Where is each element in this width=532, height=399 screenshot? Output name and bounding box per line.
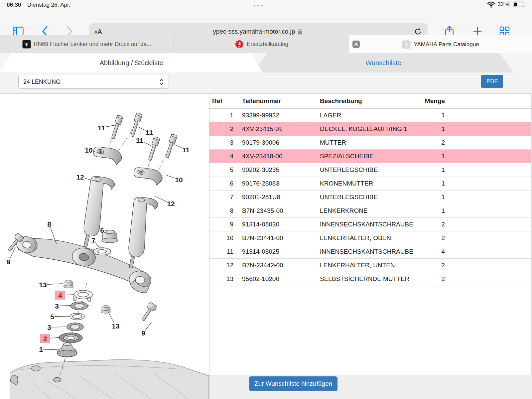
part-number-cell: 95602-10200 [237, 272, 315, 286]
header-menge: Menge [422, 94, 458, 108]
parts-table-body: 193399-99932LAGER124XV-23415-01DECKEL, K… [209, 108, 531, 286]
ref-cell: 11 [209, 245, 237, 258]
ref-cell: 10 [209, 231, 237, 245]
tab-title: RN69 Flacher Lenker und mehr Druck auf d… [34, 41, 151, 48]
callout-label: 11 [136, 137, 144, 144]
callout-label: 8 [47, 220, 51, 228]
quantity-cell: 2 [422, 272, 458, 286]
bearing-part [57, 343, 77, 357]
status-date: Dienstag 26. Apr. [27, 2, 70, 8]
table-row[interactable]: 8B7N-23435-00LENKERKRONE1 [209, 204, 531, 217]
description-cell: LENKERHALTER, UNTEN [315, 258, 422, 272]
table-row[interactable]: 24XV-23415-01DECKEL, KUGELLAUFRING 11 [209, 122, 531, 136]
tab-title: YAMAHA Parts Catalogue [414, 41, 479, 48]
callout-label: 5 [50, 313, 54, 321]
add-to-wishlist-button[interactable]: Zur Wunschliste hinzufügen [249, 376, 337, 391]
part-number-cell: 93399-99932 [237, 108, 315, 122]
ref-cell: 2 [209, 122, 237, 136]
description-cell: LENKERKRONE [315, 204, 422, 217]
handlebar-holder-lower-part [121, 196, 159, 271]
svg-text:Y: Y [405, 42, 408, 47]
callout-line [57, 306, 71, 306]
header-filler [458, 94, 531, 108]
table-row[interactable]: 193399-99932LAGER1 [209, 108, 531, 122]
tab-abbildung-stueckliste[interactable]: Abbildung / Stückliste [0, 53, 263, 72]
quantity-cell: 2 [422, 217, 458, 231]
close-tab-icon[interactable] [352, 41, 360, 48]
new-tab-plus-icon[interactable] [473, 27, 482, 36]
callout-label: 1 [39, 345, 43, 353]
multitask-dots-icon: ●●● [254, 4, 265, 7]
filler-cell [458, 177, 531, 190]
wifi-icon [487, 1, 495, 8]
table-row[interactable]: 390179-30006MUTTER2 [209, 136, 531, 149]
diagram-parts [5, 112, 209, 399]
description-cell: UNTERLEGSCHIBE [315, 163, 422, 177]
callout-label: 9 [6, 258, 10, 266]
quantity-cell: 1 [422, 149, 458, 163]
pdf-button[interactable]: PDF [481, 75, 503, 88]
table-row[interactable]: 1191314-08025INNENSECHSKANTSCHRAUBE4 [209, 245, 531, 258]
tab-wunschliste[interactable]: Wunschliste [253, 53, 514, 72]
filler-cell [458, 258, 531, 272]
table-row[interactable]: 10B7N-23441-00LENKERHALTER, OBEN2 [209, 231, 531, 245]
tab-label: Wunschliste [365, 59, 401, 67]
browser-tab-yamaha-parts-catalogue[interactable]: Y YAMAHA Parts Catalogue [349, 35, 532, 54]
browser-tab-ersatzteilkatalog[interactable]: Ersatzteilkatalog [174, 35, 349, 54]
quantity-cell: 2 [422, 231, 458, 245]
callout-label: 3 [47, 324, 51, 331]
description-cell: SPEZIALSCHEIBE [315, 149, 422, 163]
clock: 06:30 [7, 2, 21, 8]
text-size-big-a: A [97, 28, 102, 36]
catalogue-tab-bar: Wunschliste Abbildung / Stückliste [0, 53, 532, 72]
part-number-cell: B7N-23441-00 [237, 231, 315, 245]
washer-part [70, 313, 84, 320]
ref-cell: 12 [209, 258, 237, 272]
parts-diagram: 1111111110101212867913435321139 [0, 94, 209, 399]
filler-cell [458, 122, 531, 136]
ref-cell: 9 [209, 217, 237, 231]
text-size-button[interactable]: AA [94, 28, 102, 36]
ref-cell: 1 [209, 108, 237, 122]
ref-cell: 7 [209, 190, 237, 204]
description-cell: UNTERLEGSCHIBE [315, 190, 422, 204]
quantity-cell: 1 [422, 122, 458, 136]
table-row[interactable]: 12B7N-23442-00LENKERHALTER, UNTEN2 [209, 258, 531, 272]
filler-cell [458, 272, 531, 286]
quantity-cell: 2 [422, 258, 458, 272]
socket-bolt-part [147, 136, 160, 161]
description-cell: SELBSTSICHERNDE MUTTER [315, 272, 422, 286]
section-select-value: 24 LENKUNG [23, 78, 159, 85]
crown-nut-part [102, 230, 118, 243]
ref-cell: 13 [209, 272, 237, 286]
callout-label: 12 [167, 200, 175, 207]
part-number-cell: 90201-281U8 [237, 190, 315, 204]
callout-label: 11 [146, 129, 153, 136]
callout-label: 9 [141, 329, 145, 337]
select-chevrons-icon [159, 78, 164, 86]
part-number-cell: B7N-23442-00 [237, 258, 315, 272]
filler-cell [458, 204, 531, 217]
lock-icon [298, 29, 303, 35]
section-select[interactable]: 24 LENKUNG [18, 75, 169, 89]
browser-tab-rn69[interactable]: RN69 Flacher Lenker und mehr Druck auf d… [0, 35, 174, 54]
table-row[interactable]: 44XV-23418-00SPEZIALSCHEIBE1 [209, 149, 531, 163]
callout-label: 10 [85, 146, 92, 154]
battery-icon [513, 1, 526, 8]
table-row[interactable]: 1395602-10200SELBSTSICHERNDE MUTTER2 [209, 272, 531, 286]
handlebar-holder-upper-part [92, 145, 123, 166]
header-beschreibung: Beschreibung [315, 94, 422, 108]
table-row[interactable]: 790201-281U8UNTERLEGSCHIBE1 [209, 190, 531, 204]
header-ref: Ref [209, 94, 237, 108]
description-cell: INNENSECHSKANTSCHRAUBE [315, 217, 422, 231]
battery-percentage: 32 % [497, 1, 510, 8]
mt-logo-favicon [22, 40, 31, 49]
part-number-cell: 4XV-23418-00 [237, 149, 315, 163]
table-row[interactable]: 991314-08030INNENSECHSKANTSCHRAUBE2 [209, 217, 531, 231]
frame-part [10, 360, 209, 399]
table-row[interactable]: 690176-28083KRONENMUTTER1 [209, 177, 531, 190]
ref-cell: 3 [209, 136, 237, 149]
ring-nut-part [69, 301, 89, 310]
table-row[interactable]: 590202-30235UNTERLEGSCHIBE1 [209, 163, 531, 177]
hex-bolt-part [139, 302, 158, 323]
